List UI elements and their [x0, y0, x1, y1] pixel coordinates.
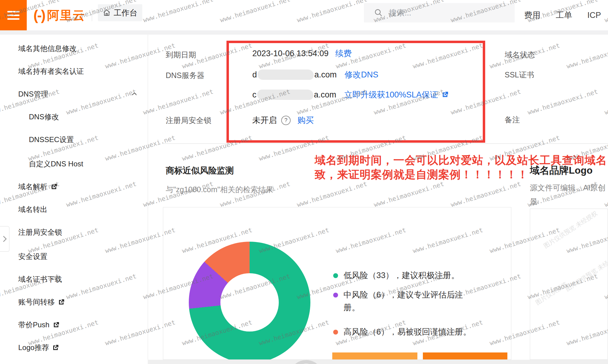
chevron-right-icon [2, 235, 7, 243]
sidebar-item-label: 自定义DNS Host [29, 158, 83, 170]
site-watermark: www.heimaoxuexi.net [450, 180, 522, 208]
aliyun-logo-text: 阿里云 [47, 7, 85, 24]
section-divider [163, 143, 608, 144]
sidebar-item-Logo推荐[interactable]: Logo推荐 [18, 342, 59, 354]
masked-domain-blob [257, 90, 313, 100]
expiry-date-value: 2023-10-06 13:54:09 [252, 49, 329, 58]
legend-dot-icon [333, 293, 338, 298]
legend-item-高风险: 高风险（6），易被驳回谨慎注册。 [333, 326, 503, 338]
expiry-date-label: 到期日期 [166, 50, 196, 60]
sidebar-item-label: 注册局安全锁 [18, 226, 62, 238]
question-circle-icon[interactable]: ? [281, 116, 291, 125]
domain-logo-desc-line2: 景 [530, 197, 537, 207]
sidebar-item-域名持有者实名认证[interactable]: 域名持有者实名认证 [18, 65, 84, 77]
nav-item-工单[interactable]: 工单 [556, 10, 572, 21]
trademark-risk-card: 低风险（33），建议积极注册。中风险（6），建议专业评估后注册。高风险（6），易… [163, 207, 511, 360]
sidebar-item-label: Logo推荐 [18, 342, 49, 354]
search-icon [374, 9, 383, 17]
buy-link[interactable]: 购买 [297, 115, 314, 126]
right-label-SSL证书: SSL证书 [505, 70, 534, 80]
sidebar-item-域名转出[interactable]: 域名转出 [18, 203, 47, 216]
sidebar-item-label: 域名其他信息修改 [18, 43, 77, 55]
sidebar-item-域名解析[interactable]: 域名解析 [18, 181, 58, 193]
legend-text: 高风险（6），易被驳回谨慎注册。 [344, 326, 471, 338]
dns1-prefix: d [252, 70, 257, 80]
sidebar-item-域名其他信息修改[interactable]: 域名其他信息修改 [18, 43, 77, 55]
sidebar-item-label: 域名持有者实名认证 [18, 65, 84, 77]
sidebar-item-域名证书下载[interactable]: 域名证书下载 [18, 273, 62, 285]
image-preview-watermark: 图片仅供预览 [534, 280, 569, 307]
dns-server-row-2: c a.com 立即升级获100%SLA保证 [252, 89, 449, 100]
right-label-备注: 备注 [505, 115, 520, 125]
sidebar: 域名其他信息修改域名持有者实名认证DNS管理DNS修改DNSSEC设置自定义DN… [0, 35, 148, 364]
sidebar-item-label: DNS管理 [18, 88, 48, 100]
logo-preview-box: 图片仅供预览 未经授权图片仅供预览 未经授权不得使用图片仅供预览 [530, 209, 608, 360]
hamburger-menu-button[interactable] [0, 0, 27, 30]
site-watermark: www.heimaoxuexi.net [566, 42, 608, 70]
search-input[interactable]: 搜索... [364, 3, 515, 22]
chevron-up-icon[interactable] [131, 90, 138, 98]
sidebar-item-label: DNS修改 [29, 111, 59, 123]
site-watermark: www.heimaoxuexi.net [412, 42, 484, 70]
renew-link[interactable]: 续费 [335, 48, 352, 59]
sidebar-item-label: 域名解析 [18, 181, 47, 193]
sidebar-collapse-button[interactable] [0, 226, 9, 252]
action-button-light[interactable] [332, 352, 417, 360]
dns1-suffix: a.com [314, 70, 337, 80]
dns-server-row-1: d a.com 修改DNS [252, 69, 378, 80]
donut-hole [220, 273, 279, 332]
workbench-button[interactable]: 工作台 [98, 4, 142, 21]
site-watermark: www.heimaoxuexi.net [604, 88, 608, 116]
dns2-prefix: c [252, 90, 257, 100]
registry-lock-value: 未开启 [252, 115, 277, 126]
aliyun-logo[interactable]: (-) 阿里云 [33, 0, 85, 30]
image-preview-watermark: 图片仅供预览 未经授权不得使用 [564, 239, 608, 293]
sidebar-item-label: 账号间转移 [18, 296, 55, 308]
header-divider [92, 9, 92, 21]
sidebar-item-label: 安全设置 [18, 250, 47, 263]
aliyun-logo-icon: (-) [33, 7, 45, 23]
sidebar-item-DNS修改[interactable]: DNS修改 [29, 111, 59, 123]
dns-server-label: DNS服务器 [166, 70, 205, 80]
sidebar-item-账号间转移[interactable]: 账号间转移 [18, 296, 65, 308]
modify-dns-link[interactable]: 修改DNS [345, 69, 378, 80]
nav-item-费用[interactable]: 费用 [524, 10, 541, 21]
site-watermark: www.heimaoxuexi.net [527, 88, 599, 116]
site-watermark: www.heimaoxuexi.net [142, 88, 214, 116]
sidebar-item-安全设置[interactable]: 安全设置 [18, 250, 47, 263]
trademark-section-title: 商标近似风险监测 [166, 165, 234, 176]
image-preview-watermark: 图片仅供预览 未经授权 [542, 209, 599, 250]
site-watermark: www.heimaoxuexi.net [296, 180, 368, 208]
home-icon [103, 9, 111, 17]
sidebar-item-自定义DNS Host[interactable]: 自定义DNS Host [29, 158, 83, 170]
registry-lock-label: 注册局安全锁 [166, 115, 211, 125]
site-watermark: www.heimaoxuexi.net [373, 180, 445, 208]
sidebar-item-DNSSEC设置[interactable]: DNSSEC设置 [29, 134, 74, 146]
site-watermark: www.heimaoxuexi.net [450, 88, 522, 116]
external-link-icon[interactable] [441, 91, 449, 99]
trademark-section-subtitle: 与"zg1080.com"相关的检索结果 [166, 185, 273, 195]
domain-logo-desc-line1: 源文件可编辑，AI原创 [530, 183, 606, 193]
external-link-icon [50, 183, 58, 190]
search-placeholder: 搜索... [389, 8, 411, 18]
annotation-line-2: 致，来证明案例就是自测案例！！！！！！ [315, 167, 528, 182]
right-label-域名状态: 域名状态 [505, 50, 535, 60]
header-nav: 费用工单ICP [524, 0, 601, 30]
bottom-band [148, 360, 608, 364]
sidebar-item-DNS管理[interactable]: DNS管理 [18, 88, 48, 100]
legend-item-中风险: 中风险（6），建议专业评估后注册。 [333, 289, 467, 314]
annotation-line-1: 域名到期时间，一会可以比对爱站，以及站长工具查询域名 [315, 153, 607, 168]
header: (-) 阿里云 工作台 搜索... 费用工单ICP [0, 0, 608, 30]
sidebar-item-注册局安全锁[interactable]: 注册局安全锁 [18, 226, 62, 238]
action-button-dark[interactable] [423, 352, 507, 360]
site-watermark: www.heimaoxuexi.net [181, 134, 253, 162]
external-link-icon [58, 298, 65, 306]
page: (-) 阿里云 工作台 搜索... 费用工单ICP 域名其他信息修改域名持有者实… [0, 0, 608, 364]
upgrade-sla-link[interactable]: 立即升级获100%SLA保证 [344, 89, 438, 100]
nav-item-ICP[interactable]: ICP [587, 11, 601, 20]
masked-domain-blob [257, 70, 314, 80]
dns2-suffix: a.com [314, 90, 337, 100]
sidebar-item-带价Push[interactable]: 带价Push [18, 319, 60, 331]
legend-text: 低风险（33），建议积极注册。 [344, 269, 459, 282]
header-bottom-strip [0, 30, 608, 35]
